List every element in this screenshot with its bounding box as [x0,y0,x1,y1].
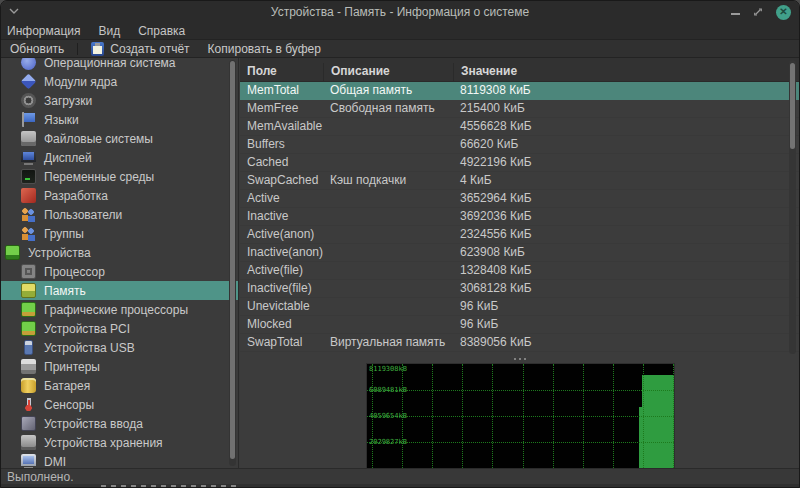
sidebar-item-environment[interactable]: Переменные среды [1,167,238,186]
memory-usage-fill [642,375,674,468]
sidebar-item-devices[interactable]: Устройства [1,243,238,262]
refresh-button-label: Обновить [10,42,64,56]
close-icon[interactable]: ✕ [776,5,791,20]
sidebar-item-label: Устройства ввода [44,417,143,431]
cell-value: 2324556 КиБ [453,226,799,243]
cell-field: SwapTotal [240,334,323,351]
sidebar-item-usb[interactable]: Устройства USB [1,338,238,357]
processor-icon [21,264,36,279]
sidebar-item-development[interactable]: Разработка [1,186,238,205]
copy-to-clipboard-button[interactable]: Копировать в буфер [199,40,330,57]
table-row[interactable]: Active(anon)2324556 КиБ [240,226,799,244]
sidebar-item-label: Сенсоры [44,398,94,412]
gpu-icon [21,302,36,317]
graph-y-label: 2029827kB [369,438,407,446]
table-scrollbar-thumb[interactable] [790,63,795,149]
sidebar-item-input-devices[interactable]: Устройства ввода [1,414,238,433]
refresh-button[interactable]: Обновить [1,40,73,57]
printers-icon [21,359,36,374]
content-area: Операционная системаМодули ядраЗагрузкиЯ… [1,58,799,468]
cell-desc [323,118,453,135]
cell-value: 4 КиБ [453,172,799,189]
menu-help[interactable]: Справка [129,24,194,38]
cell-value: 96 КиБ [453,316,799,333]
sidebar-item-gpu[interactable]: Графические процессоры [1,300,238,319]
table-row[interactable]: Inactive3692036 КиБ [240,208,799,226]
cell-field: Active(file) [240,262,323,279]
sidebar-item-label: DMI [44,455,66,469]
environment-icon [21,169,36,184]
table-row[interactable]: Active3652964 КиБ [240,190,799,208]
copy-to-clipboard-label: Копировать в буфер [208,42,321,56]
status-text: Выполнено. [1,470,73,484]
column-header-description[interactable]: Описание [323,63,453,81]
sidebar-item-boots[interactable]: Загрузки [1,91,238,110]
graph-gridline-horizontal [367,416,674,417]
minimize-icon[interactable] [731,13,740,15]
table-row[interactable]: Unevictable96 КиБ [240,298,799,316]
sidebar-item-operating-system[interactable]: Операционная система [1,58,238,72]
sidebar-item-battery[interactable]: Батарея [1,376,238,395]
sidebar-item-label: Устройства PCI [44,322,130,336]
table-row[interactable]: MemTotalОбщая память8119308 КиБ [240,82,799,100]
graph-gridline-horizontal [367,442,674,443]
sidebar-tree: Операционная системаМодули ядраЗагрузкиЯ… [1,58,239,468]
sidebar-item-languages[interactable]: Языки [1,110,238,129]
create-report-button[interactable]: Создать отчёт [82,40,198,57]
sidebar-item-dmi[interactable]: DMI [1,452,238,468]
table-row[interactable]: Inactive(anon)623908 КиБ [240,244,799,262]
menu-view[interactable]: Вид [89,24,129,38]
horizontal-scrollbar[interactable] [1,484,799,488]
sidebar-item-groups[interactable]: Группы [1,224,238,243]
table-row[interactable]: Active(file)1328408 КиБ [240,262,799,280]
cell-value: 66620 КиБ [453,136,799,153]
splitter-handle[interactable] [240,356,799,362]
cell-desc [323,280,453,297]
sidebar-item-printers[interactable]: Принтеры [1,357,238,376]
cell-desc [323,226,453,243]
column-header-field[interactable]: Поле [240,63,323,81]
cell-desc [323,316,453,333]
sidebar-item-display[interactable]: Дисплей [1,148,238,167]
languages-icon [21,112,36,127]
sidebar-scrollbar[interactable] [229,60,236,466]
cell-value: 215400 КиБ [453,100,799,117]
sidebar-item-label: Пользователи [44,208,122,222]
cell-field: Buffers [240,136,323,153]
cell-desc: Свободная память [323,100,453,117]
toolbar: Обновить Создать отчёт Копировать в буфе… [1,40,799,58]
table-header: Поле Описание Значение [240,58,799,82]
sidebar-item-label: Устройства USB [44,341,135,355]
window-menu-chevron-icon[interactable] [9,7,19,15]
sidebar-item-pci[interactable]: Устройства PCI [1,319,238,338]
table-row[interactable]: SwapTotalВиртуальная память8389056 КиБ [240,334,799,352]
cell-field: Cached [240,154,323,171]
filesystems-icon [21,131,36,146]
table-row[interactable]: Buffers66620 КиБ [240,136,799,154]
table-scrollbar[interactable] [789,60,796,354]
sidebar-scrollbar-thumb[interactable] [230,61,235,459]
toolbar-separator [77,43,78,55]
sidebar-item-storage[interactable]: Устройства хранения [1,433,238,452]
sidebar-item-kernel-modules[interactable]: Модули ядра [1,72,238,91]
sidebar-item-processor[interactable]: Процессор [1,262,238,281]
cell-field: MemAvailable [240,118,323,135]
table-row[interactable]: Cached4922196 КиБ [240,154,799,172]
graph-y-label: 6089481kB [369,386,407,394]
column-header-value[interactable]: Значение [453,63,799,81]
table-row[interactable]: MemFreeСвободная память215400 КиБ [240,100,799,118]
sidebar-item-filesystems[interactable]: Файловые системы [1,129,238,148]
table-row[interactable]: Inactive(file)3068128 КиБ [240,280,799,298]
cell-value: 8389056 КиБ [453,334,799,351]
table-row[interactable]: MemAvailable4556628 КиБ [240,118,799,136]
menu-information[interactable]: Информация [1,24,89,38]
maximize-icon[interactable] [753,7,763,17]
table-row[interactable]: SwapCachedКэш подкачки4 КиБ [240,172,799,190]
sidebar-item-memory[interactable]: Память [1,281,238,300]
usb-icon [24,340,33,355]
sidebar-item-sensors[interactable]: Сенсоры [1,395,238,414]
table-row[interactable]: Mlocked96 КиБ [240,316,799,334]
graph-y-label: 4059654kB [369,412,407,420]
sidebar-item-users[interactable]: Пользователи [1,205,238,224]
sidebar-item-label: Принтеры [44,360,100,374]
